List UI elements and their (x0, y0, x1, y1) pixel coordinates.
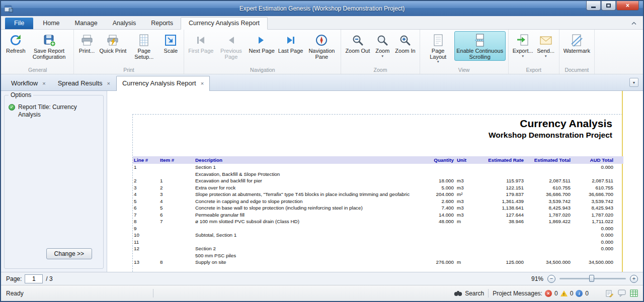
page-layout-button[interactable]: Page Layout ▼ (423, 31, 454, 64)
tab-file[interactable]: File (5, 18, 33, 29)
group-label-document: Document (561, 66, 593, 74)
data-grid-button[interactable] (630, 289, 638, 297)
navigation-pane-button[interactable]: Navigation Pane (305, 31, 338, 61)
zoom-slider-thumb[interactable] (589, 275, 594, 282)
close-tab-icon[interactable]: × (201, 80, 204, 86)
doc-tab-currency-analysis-report[interactable]: Currency Analysis Report × (116, 76, 210, 91)
print-button[interactable]: Print... (76, 31, 98, 55)
enable-continuous-scrolling-button[interactable]: Enable Continuous Scrolling (454, 31, 506, 61)
save-report-configuration-button[interactable]: Save Report Configuration (28, 31, 71, 61)
table-row: 1Section 1 Excavation, Backfill & Slope … (133, 164, 623, 177)
zoom-button[interactable]: Zoom ▼ (372, 31, 393, 59)
title-bar[interactable]: Expert Estimation Genesis (Workshop Demo… (1, 1, 643, 16)
tab-analysis[interactable]: Analysis (105, 18, 144, 29)
binoculars-icon (454, 290, 462, 296)
table-row: 87ø 100 mm slotted PVC subsoil drain (Cl… (133, 218, 623, 225)
zoom-out-icon (352, 32, 364, 48)
tab-home[interactable]: Home (35, 18, 67, 29)
main-content: Options ✓ Report Title: Currency Analysi… (1, 91, 643, 272)
report-title-option-label: Report Title: Currency Analysis (18, 104, 99, 119)
log-button[interactable] (606, 289, 614, 297)
chevron-down-icon: ▼ (632, 81, 636, 84)
ribbon-group-document: Watermark Document (559, 30, 595, 74)
close-tab-icon[interactable]: × (42, 80, 45, 86)
doc-tab-workflow[interactable]: Workflow × (5, 76, 52, 90)
last-page-icon (285, 32, 296, 48)
project-messages[interactable]: Project Messages: × 0 ! 0 i 0 (493, 290, 589, 297)
comments-button[interactable] (618, 289, 626, 297)
first-page-icon (195, 32, 206, 48)
group-label-print: Print (75, 66, 183, 74)
report-rows: 1Section 1 Excavation, Backfill & Slope … (133, 164, 623, 266)
report-table: Line # Item # Description Quantity Unit … (133, 156, 623, 266)
export-button[interactable]: Export... ▼ (511, 31, 535, 59)
group-label-general: General (4, 66, 72, 74)
export-icon (516, 32, 529, 48)
page-total: / 3 (46, 275, 52, 282)
dropdown-caret-icon: ▼ (544, 54, 547, 58)
dropdown-caret-icon: ▼ (521, 54, 524, 58)
send-button[interactable]: Send... ▼ (535, 31, 556, 59)
page-setup-button[interactable]: Page Setup... (128, 31, 159, 61)
document-tab-strip: Workflow × Spread Results × Currency Ana… (1, 74, 643, 91)
ribbon-collapse-button[interactable] (630, 19, 638, 27)
close-tab-icon[interactable]: × (107, 80, 110, 86)
error-count: 0 (554, 290, 558, 297)
ribbon-group-view: Page Layout ▼ Enable Continuous Scrollin… (420, 30, 509, 74)
ribbon-group-navigation: First Page Previous Page Next Page Last … (184, 30, 341, 74)
page-number-input[interactable] (25, 274, 43, 283)
table-row: 90.000 (133, 225, 623, 232)
chevron-up-icon (631, 22, 636, 25)
tab-currency-analysis-report[interactable]: Currency Analysis Report (181, 17, 268, 30)
continuous-scrolling-icon (474, 32, 486, 48)
minimize-icon (591, 7, 596, 8)
maximize-button[interactable] (601, 1, 616, 11)
error-icon: × (545, 290, 552, 297)
table-row: 138Supply on site276.000m125.00034,500.0… (133, 259, 623, 266)
previous-page-button[interactable]: Previous Page (215, 31, 247, 61)
group-label-zoom: Zoom (343, 66, 418, 74)
last-page-button[interactable]: Last Page (277, 31, 305, 55)
separator (153, 289, 153, 297)
report-viewer[interactable]: Currency Analysis Workshop Demonstration… (107, 91, 643, 272)
save-icon (43, 32, 56, 48)
next-page-icon (256, 32, 267, 48)
table-row: 43Slope protection at abutments, "Terraf… (133, 191, 623, 198)
zoom-out-button[interactable]: Zoom Out (344, 31, 371, 55)
close-button[interactable]: × (616, 1, 639, 11)
dropdown-caret-icon: ▼ (436, 60, 439, 63)
tab-reports[interactable]: Reports (143, 18, 181, 29)
doc-tab-spread-results[interactable]: Spread Results × (52, 76, 116, 90)
ribbon-group-general: Refresh Save Report Configuration Genera… (2, 30, 74, 74)
watermark-button[interactable]: Watermark (562, 31, 592, 55)
scale-button[interactable]: Scale (160, 31, 181, 55)
status-bar: Ready Search Project Messages: × 0 ! 0 i… (1, 285, 643, 301)
group-label-view: View (422, 66, 507, 74)
zoom-slider[interactable] (559, 278, 626, 279)
tab-manage[interactable]: Manage (67, 18, 105, 29)
margin-guide-top (132, 114, 623, 115)
warning-count: 0 (570, 290, 574, 297)
zoom-in-slider-button[interactable]: + (630, 275, 638, 283)
tab-list-button[interactable]: ▼ (629, 78, 638, 87)
ribbon-group-print: Print... Quick Print Page Setup... Scale… (74, 30, 185, 74)
quick-print-button[interactable]: Quick Print (98, 31, 128, 55)
table-row: 54Concrete in capping and edge to slope … (133, 198, 623, 205)
page-label: Page: (6, 275, 22, 282)
zoom-in-button[interactable]: Zoom In (393, 31, 417, 55)
maximize-icon (606, 4, 611, 8)
search-button[interactable]: Search (454, 290, 484, 297)
next-page-button[interactable]: Next Page (247, 31, 276, 55)
plus-icon: + (632, 276, 635, 281)
zoom-icon (376, 32, 388, 48)
change-button[interactable]: Change >> (46, 248, 92, 259)
report-title-option[interactable]: ✓ Report Title: Currency Analysis (9, 104, 99, 119)
zoom-out-slider-button[interactable]: − (547, 275, 555, 283)
info-count: 0 (585, 290, 589, 297)
first-page-button[interactable]: First Page (187, 31, 215, 55)
minimize-button[interactable] (586, 1, 601, 11)
refresh-icon (9, 32, 22, 48)
refresh-button[interactable]: Refresh (5, 31, 27, 55)
pager-bar: Page: / 3 91% − + (1, 272, 643, 285)
warning-icon: ! (560, 290, 568, 296)
